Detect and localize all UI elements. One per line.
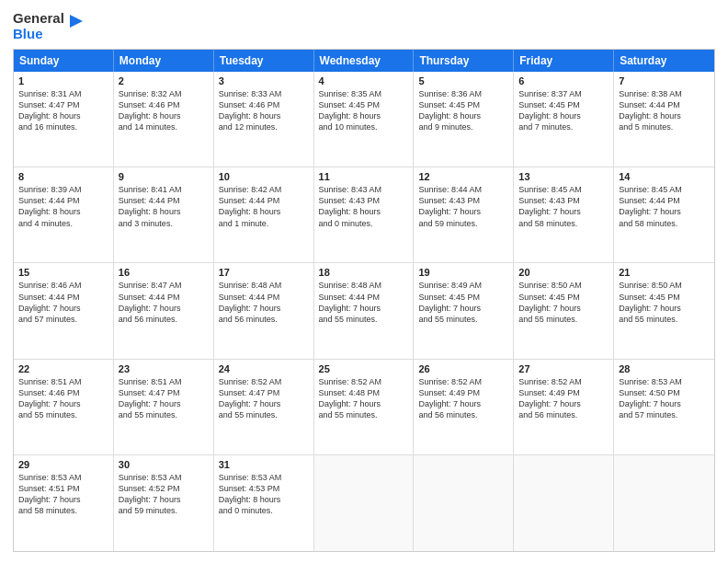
day-number: 24 <box>219 363 309 374</box>
day-number: 4 <box>319 75 409 86</box>
day-info: Sunrise: 8:48 AM Sunset: 4:44 PM Dayligh… <box>219 280 309 325</box>
calendar-day-cell: 28Sunrise: 8:53 AM Sunset: 4:50 PM Dayli… <box>614 360 714 454</box>
calendar-day-cell: 7Sunrise: 8:38 AM Sunset: 4:44 PM Daylig… <box>614 72 714 167</box>
day-number: 28 <box>619 363 710 374</box>
day-number: 7 <box>619 75 710 86</box>
calendar-day-cell: 9Sunrise: 8:41 AM Sunset: 4:44 PM Daylig… <box>114 167 214 262</box>
day-info: Sunrise: 8:44 AM Sunset: 4:43 PM Dayligh… <box>418 184 508 229</box>
day-info: Sunrise: 8:31 AM Sunset: 4:47 PM Dayligh… <box>18 88 108 133</box>
day-number: 31 <box>219 459 309 470</box>
day-number: 22 <box>18 363 108 374</box>
day-of-week-header: Friday <box>514 50 614 72</box>
calendar-day-cell: 14Sunrise: 8:45 AM Sunset: 4:44 PM Dayli… <box>614 167 714 262</box>
day-info: Sunrise: 8:49 AM Sunset: 4:45 PM Dayligh… <box>418 280 508 325</box>
calendar-day-cell: 10Sunrise: 8:42 AM Sunset: 4:44 PM Dayli… <box>214 167 314 262</box>
logo-general: General <box>13 11 64 27</box>
calendar-day-cell: 1Sunrise: 8:31 AM Sunset: 4:47 PM Daylig… <box>14 72 114 167</box>
page: General Blue SundayMondayTuesdayWednesda… <box>0 0 728 563</box>
calendar-week-row: 29Sunrise: 8:53 AM Sunset: 4:51 PM Dayli… <box>14 455 714 551</box>
day-info: Sunrise: 8:43 AM Sunset: 4:43 PM Dayligh… <box>319 184 409 229</box>
day-number: 15 <box>18 267 108 278</box>
day-info: Sunrise: 8:33 AM Sunset: 4:46 PM Dayligh… <box>219 88 309 133</box>
calendar-day-cell: 17Sunrise: 8:48 AM Sunset: 4:44 PM Dayli… <box>214 263 314 358</box>
calendar-day-cell: 3Sunrise: 8:33 AM Sunset: 4:46 PM Daylig… <box>214 72 314 167</box>
day-of-week-header: Tuesday <box>214 50 314 72</box>
day-info: Sunrise: 8:35 AM Sunset: 4:45 PM Dayligh… <box>319 88 409 133</box>
day-of-week-header: Wednesday <box>314 50 415 72</box>
day-number: 9 <box>119 171 209 182</box>
day-number: 16 <box>119 267 209 278</box>
day-number: 18 <box>319 267 409 278</box>
logo-container: General Blue <box>13 11 86 41</box>
day-info: Sunrise: 8:41 AM Sunset: 4:44 PM Dayligh… <box>119 184 209 229</box>
calendar-week-row: 1Sunrise: 8:31 AM Sunset: 4:47 PM Daylig… <box>14 72 714 167</box>
day-info: Sunrise: 8:51 AM Sunset: 4:46 PM Dayligh… <box>18 376 108 421</box>
day-info: Sunrise: 8:45 AM Sunset: 4:43 PM Dayligh… <box>518 184 609 229</box>
calendar-day-cell: 22Sunrise: 8:51 AM Sunset: 4:46 PM Dayli… <box>14 360 114 454</box>
day-of-week-header: Monday <box>114 50 214 72</box>
day-number: 3 <box>219 75 309 86</box>
day-info: Sunrise: 8:52 AM Sunset: 4:49 PM Dayligh… <box>418 376 508 421</box>
empty-cell <box>514 455 614 551</box>
day-info: Sunrise: 8:37 AM Sunset: 4:45 PM Dayligh… <box>518 88 609 133</box>
calendar-body: 1Sunrise: 8:31 AM Sunset: 4:47 PM Daylig… <box>14 72 714 551</box>
day-number: 2 <box>119 75 209 86</box>
day-info: Sunrise: 8:53 AM Sunset: 4:53 PM Dayligh… <box>219 472 309 517</box>
day-number: 25 <box>319 363 409 374</box>
svg-marker-0 <box>70 15 83 28</box>
calendar-day-cell: 29Sunrise: 8:53 AM Sunset: 4:51 PM Dayli… <box>14 455 114 551</box>
empty-cell <box>414 455 514 551</box>
calendar-day-cell: 26Sunrise: 8:52 AM Sunset: 4:49 PM Dayli… <box>414 360 514 454</box>
day-number: 5 <box>418 75 508 86</box>
empty-cell <box>314 455 415 551</box>
day-info: Sunrise: 8:46 AM Sunset: 4:44 PM Dayligh… <box>18 280 108 325</box>
day-info: Sunrise: 8:39 AM Sunset: 4:44 PM Dayligh… <box>18 184 108 229</box>
calendar-day-cell: 8Sunrise: 8:39 AM Sunset: 4:44 PM Daylig… <box>14 167 114 262</box>
day-of-week-header: Sunday <box>14 50 114 72</box>
day-number: 14 <box>619 171 710 182</box>
day-info: Sunrise: 8:50 AM Sunset: 4:45 PM Dayligh… <box>518 280 609 325</box>
calendar-header: SundayMondayTuesdayWednesdayThursdayFrid… <box>14 50 714 72</box>
calendar-week-row: 22Sunrise: 8:51 AM Sunset: 4:46 PM Dayli… <box>14 360 714 455</box>
calendar-day-cell: 6Sunrise: 8:37 AM Sunset: 4:45 PM Daylig… <box>514 72 614 167</box>
calendar-day-cell: 13Sunrise: 8:45 AM Sunset: 4:43 PM Dayli… <box>514 167 614 262</box>
logo: General Blue <box>13 11 86 41</box>
calendar-day-cell: 15Sunrise: 8:46 AM Sunset: 4:44 PM Dayli… <box>14 263 114 358</box>
day-info: Sunrise: 8:48 AM Sunset: 4:44 PM Dayligh… <box>319 280 409 325</box>
day-of-week-header: Thursday <box>414 50 514 72</box>
day-info: Sunrise: 8:38 AM Sunset: 4:44 PM Dayligh… <box>619 88 710 133</box>
calendar-day-cell: 27Sunrise: 8:52 AM Sunset: 4:49 PM Dayli… <box>514 360 614 454</box>
day-info: Sunrise: 8:32 AM Sunset: 4:46 PM Dayligh… <box>119 88 209 133</box>
calendar-day-cell: 24Sunrise: 8:52 AM Sunset: 4:47 PM Dayli… <box>214 360 314 454</box>
calendar-week-row: 15Sunrise: 8:46 AM Sunset: 4:44 PM Dayli… <box>14 263 714 359</box>
calendar-day-cell: 19Sunrise: 8:49 AM Sunset: 4:45 PM Dayli… <box>414 263 514 358</box>
day-number: 26 <box>418 363 508 374</box>
day-number: 21 <box>619 267 710 278</box>
calendar-day-cell: 31Sunrise: 8:53 AM Sunset: 4:53 PM Dayli… <box>214 455 314 551</box>
calendar-day-cell: 30Sunrise: 8:53 AM Sunset: 4:52 PM Dayli… <box>114 455 214 551</box>
day-number: 17 <box>219 267 309 278</box>
header: General Blue <box>13 11 715 41</box>
day-number: 20 <box>518 267 609 278</box>
day-number: 19 <box>418 267 508 278</box>
day-number: 23 <box>119 363 209 374</box>
calendar-day-cell: 4Sunrise: 8:35 AM Sunset: 4:45 PM Daylig… <box>314 72 415 167</box>
day-info: Sunrise: 8:53 AM Sunset: 4:51 PM Dayligh… <box>18 472 108 517</box>
calendar-day-cell: 16Sunrise: 8:47 AM Sunset: 4:44 PM Dayli… <box>114 263 214 358</box>
calendar-day-cell: 5Sunrise: 8:36 AM Sunset: 4:45 PM Daylig… <box>414 72 514 167</box>
day-number: 1 <box>18 75 108 86</box>
day-number: 12 <box>418 171 508 182</box>
day-info: Sunrise: 8:53 AM Sunset: 4:52 PM Dayligh… <box>119 472 209 517</box>
day-info: Sunrise: 8:45 AM Sunset: 4:44 PM Dayligh… <box>619 184 710 229</box>
calendar: SundayMondayTuesdayWednesdayThursdayFrid… <box>13 49 715 552</box>
day-info: Sunrise: 8:52 AM Sunset: 4:48 PM Dayligh… <box>319 376 409 421</box>
logo-blue: Blue <box>13 27 64 42</box>
day-info: Sunrise: 8:50 AM Sunset: 4:45 PM Dayligh… <box>619 280 710 325</box>
calendar-day-cell: 25Sunrise: 8:52 AM Sunset: 4:48 PM Dayli… <box>314 360 415 454</box>
logo-flag-icon <box>66 13 86 33</box>
day-info: Sunrise: 8:53 AM Sunset: 4:50 PM Dayligh… <box>619 376 710 421</box>
day-number: 6 <box>518 75 609 86</box>
day-info: Sunrise: 8:47 AM Sunset: 4:44 PM Dayligh… <box>119 280 209 325</box>
calendar-day-cell: 11Sunrise: 8:43 AM Sunset: 4:43 PM Dayli… <box>314 167 415 262</box>
empty-cell <box>614 455 714 551</box>
